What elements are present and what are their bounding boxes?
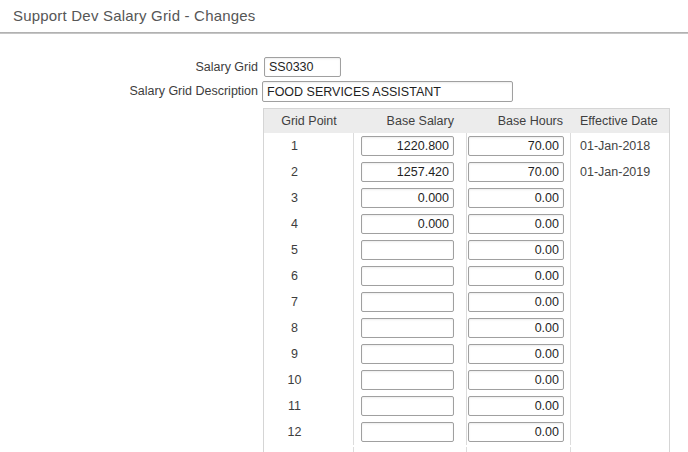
table-row: 2 01-Jan-2019	[264, 159, 669, 185]
base-hours-column-header: Base Hours	[467, 109, 571, 133]
base-salary-cell	[354, 419, 467, 445]
salary-grid-description-label: Salary Grid Description	[0, 81, 258, 101]
base-hours-input[interactable]	[468, 422, 564, 442]
effective-date-column-header: Effective Date	[571, 109, 669, 133]
grid-point-cell: 11	[264, 393, 354, 419]
base-salary-cell	[354, 237, 467, 263]
effective-date-cell	[571, 289, 669, 315]
table-row: 11	[264, 393, 669, 419]
base-hours-cell	[467, 315, 571, 341]
base-salary-cell	[354, 133, 467, 159]
base-hours-input[interactable]	[468, 266, 564, 286]
grid-point-label: 8	[291, 321, 298, 335]
grid-point-label: 4	[291, 217, 298, 231]
salary-grid-changes-page: Support Dev Salary Grid - Changes Salary…	[0, 0, 688, 452]
grid-point-label: 10	[288, 373, 302, 387]
effective-date-cell	[571, 393, 669, 419]
effective-date-cell	[571, 185, 669, 211]
base-hours-input[interactable]	[468, 370, 564, 390]
base-hours-input[interactable]	[468, 292, 564, 312]
base-hours-input[interactable]	[468, 344, 564, 364]
effective-date-label: 01-Jan-2019	[580, 165, 650, 179]
base-salary-cell	[354, 367, 467, 393]
base-salary-input[interactable]	[361, 344, 454, 364]
effective-date-cell	[571, 419, 669, 445]
title-divider	[0, 32, 688, 34]
base-hours-input[interactable]	[468, 136, 564, 156]
base-salary-input[interactable]	[361, 214, 454, 234]
effective-date-cell	[571, 211, 669, 237]
grid-point-cell: 1	[264, 133, 354, 159]
grid-point-label: 1	[291, 139, 298, 153]
base-salary-cell	[354, 211, 467, 237]
grid-point-label: 9	[291, 347, 298, 361]
table-footer-filler	[264, 447, 669, 452]
base-salary-input[interactable]	[361, 396, 454, 416]
grid-point-label: 12	[288, 425, 302, 439]
base-hours-input[interactable]	[468, 318, 564, 338]
table-row: 6	[264, 263, 669, 289]
base-hours-cell	[467, 419, 571, 445]
grid-point-cell: 2	[264, 159, 354, 185]
base-hours-input[interactable]	[468, 162, 564, 182]
effective-date-cell	[571, 263, 669, 289]
base-salary-input[interactable]	[361, 318, 454, 338]
base-hours-cell	[467, 211, 571, 237]
base-salary-cell	[354, 289, 467, 315]
effective-date-cell	[571, 367, 669, 393]
table-row: 5	[264, 237, 669, 263]
grid-point-label: 3	[291, 191, 298, 205]
base-hours-cell	[467, 185, 571, 211]
base-salary-input[interactable]	[361, 370, 454, 390]
base-salary-input[interactable]	[361, 162, 454, 182]
base-hours-cell	[467, 237, 571, 263]
base-hours-input[interactable]	[468, 396, 564, 416]
salary-grid-table: Grid Point Base Salary Base Hours Effect…	[263, 108, 670, 452]
grid-point-cell: 6	[264, 263, 354, 289]
base-hours-input[interactable]	[468, 188, 564, 208]
base-salary-input[interactable]	[361, 240, 454, 260]
base-salary-cell	[354, 341, 467, 367]
base-salary-cell	[354, 263, 467, 289]
salary-grid-input[interactable]	[264, 57, 341, 77]
table-row: 1 01-Jan-2018	[264, 133, 669, 159]
table-row: 3	[264, 185, 669, 211]
effective-date-cell	[571, 315, 669, 341]
page-title: Support Dev Salary Grid - Changes	[13, 7, 256, 24]
effective-date-label: 01-Jan-2018	[580, 139, 650, 153]
base-hours-cell	[467, 133, 571, 159]
grid-point-cell: 3	[264, 185, 354, 211]
table-row: 12	[264, 419, 669, 445]
base-hours-cell	[467, 367, 571, 393]
effective-date-cell: 01-Jan-2018	[571, 133, 669, 159]
grid-point-cell: 8	[264, 315, 354, 341]
base-salary-input[interactable]	[361, 292, 454, 312]
table-body: 1 01-Jan-2018 2 01-Jan-2019 3	[264, 133, 669, 447]
base-salary-input[interactable]	[361, 188, 454, 208]
grid-point-label: 7	[291, 295, 298, 309]
base-salary-input[interactable]	[361, 136, 454, 156]
grid-point-cell: 12	[264, 419, 354, 445]
grid-point-label: 11	[288, 399, 301, 413]
effective-date-cell	[571, 341, 669, 367]
grid-point-cell: 5	[264, 237, 354, 263]
grid-point-cell: 9	[264, 341, 354, 367]
salary-grid-label: Salary Grid	[0, 57, 258, 77]
grid-point-cell: 4	[264, 211, 354, 237]
effective-date-cell: 01-Jan-2019	[571, 159, 669, 185]
effective-date-cell	[571, 237, 669, 263]
base-hours-cell	[467, 263, 571, 289]
base-hours-input[interactable]	[468, 214, 564, 234]
base-hours-input[interactable]	[468, 240, 564, 260]
table-row: 7	[264, 289, 669, 315]
table-row: 9	[264, 341, 669, 367]
salary-grid-description-input[interactable]	[262, 81, 513, 102]
grid-point-label: 6	[291, 269, 298, 283]
base-salary-input[interactable]	[361, 266, 454, 286]
base-hours-cell	[467, 341, 571, 367]
base-salary-cell	[354, 159, 467, 185]
grid-point-cell: 7	[264, 289, 354, 315]
base-salary-cell	[354, 185, 467, 211]
base-salary-input[interactable]	[361, 422, 454, 442]
base-salary-cell	[354, 393, 467, 419]
